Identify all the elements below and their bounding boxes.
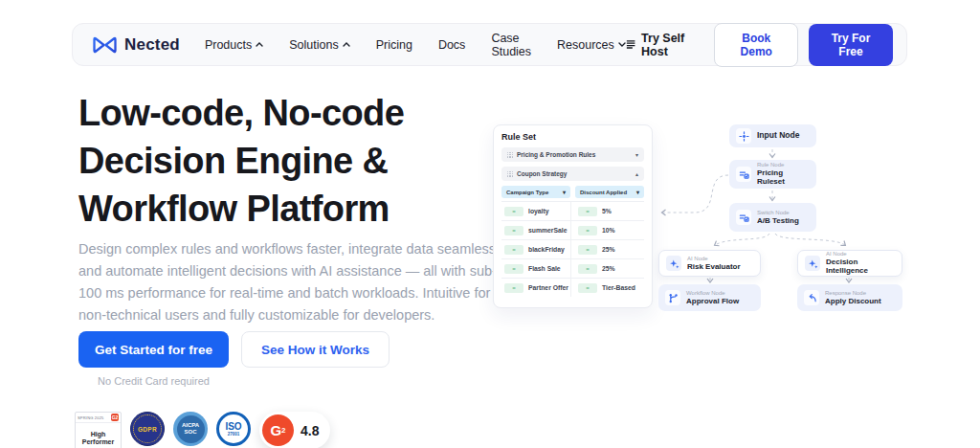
node-type: AI Node: [826, 251, 895, 258]
hero-title-line: Low-code, No-code: [78, 89, 528, 137]
node-title: Approval Flow: [686, 297, 739, 305]
workflow-branch-icon: [665, 290, 680, 305]
flow-node-risk-evaluator: AI Node Risk Evaluator: [658, 250, 761, 277]
flow-node-decision-intelligence: AI Node Decision Intelligence: [797, 250, 902, 277]
see-how-it-works-button[interactable]: See How it Works: [241, 331, 390, 368]
flow-node-apply-discount: Response Node Apply Discount: [797, 284, 902, 311]
chevron-up-icon: [343, 42, 350, 47]
aicpa-line1: AICPA: [182, 422, 199, 429]
rule-checklist-icon: [736, 167, 751, 182]
discount-value: 25%: [602, 265, 615, 272]
chevron-up-icon: [256, 42, 263, 47]
g2-logo-icon: G2: [262, 414, 294, 446]
equals-operator-chip: =: [504, 264, 523, 274]
node-title: Decision Intelligence: [826, 258, 895, 275]
g2-mini-logo-icon: G2: [111, 414, 119, 421]
response-return-icon: [804, 290, 819, 305]
g2-rating-pill: G2 4.8: [259, 412, 330, 448]
equals-operator-chip: =: [504, 207, 523, 216]
node-title: Pricing Ruleset: [757, 168, 810, 186]
badge-header: SPRING 2025 G2: [76, 413, 121, 423]
equals-operator-chip: =: [578, 283, 597, 293]
nav-item-label: Pricing: [376, 38, 412, 52]
nav-item-solutions[interactable]: Solutions: [289, 38, 349, 52]
node-type: AI Node: [687, 256, 741, 262]
get-started-button[interactable]: Get Started for free: [78, 331, 229, 368]
discount-value: Tier-Based: [602, 284, 635, 291]
column-label: Campaign Type: [506, 190, 548, 195]
nav-item-case-studies[interactable]: Case Studies: [491, 32, 531, 58]
g2-sup: 2: [281, 426, 285, 435]
iso-line1: ISO: [225, 422, 241, 432]
flow-node-pricing-ruleset: Rule Node Pricing Ruleset: [729, 160, 816, 189]
equals-operator-chip: =: [578, 264, 597, 274]
node-title: A/B Testing: [757, 216, 799, 225]
badge-label: High Performer: [76, 423, 121, 448]
equals-operator-chip: =: [504, 245, 523, 255]
rule-group-pricing-promotion: Pricing & Promotion Rules ▾: [501, 147, 644, 162]
iso-27001-badge: ISO 27001: [216, 412, 251, 446]
table-row: =Partner Offer =Tier-Based: [501, 278, 644, 297]
iso-line2: 27001: [228, 432, 240, 437]
campaign-value: Flash Sale: [528, 265, 561, 272]
column-campaign-type: Campaign Type ▾: [501, 186, 570, 198]
equals-operator-chip: =: [578, 207, 597, 216]
campaign-value: summerSale: [528, 227, 567, 234]
brand-logo[interactable]: Nected: [92, 34, 180, 56]
no-credit-card-note: No Credit Card required: [78, 375, 229, 387]
badge-season: SPRING 2025: [78, 415, 104, 420]
caret-down-icon: ▾: [635, 151, 638, 158]
hero-title-line: Workflow Platform: [78, 185, 528, 233]
nav-item-pricing[interactable]: Pricing: [376, 38, 412, 52]
nav-actions: Try Self Host Book Demo Try For Free: [626, 23, 893, 67]
flow-node-input: Input Node: [729, 124, 816, 147]
gdpr-badge: GDPR: [130, 412, 165, 446]
ai-sparkle-icon: [805, 256, 820, 271]
rule-columns: Campaign Type ▾ Discount Applied ▾: [501, 186, 644, 198]
list-icon: [626, 39, 635, 50]
discount-value: 10%: [602, 227, 615, 234]
rule-rows: =loyalty =5% =summerSale =10% =blackFrid…: [501, 201, 644, 297]
grid-icon: [507, 152, 513, 158]
g2-high-performer-badge: SPRING 2025 G2 High Performer: [75, 412, 122, 448]
hero-title-line: Decision Engine &: [78, 137, 528, 185]
rule-group-label: Coupon Strategy: [517, 170, 632, 177]
node-title: Input Node: [757, 131, 799, 141]
rule-group-label: Pricing & Promotion Rules: [517, 151, 632, 158]
nav-item-label: Solutions: [289, 38, 338, 52]
nav-item-label: Resources: [557, 38, 614, 52]
node-title: Apply Discount: [825, 297, 881, 305]
flow-node-approval-flow: Workflow Node Approval Flow: [658, 284, 761, 311]
try-self-host-link[interactable]: Try Self Host: [626, 32, 704, 58]
nav-item-products[interactable]: Products: [205, 38, 263, 52]
nav-item-resources[interactable]: Resources: [557, 38, 626, 52]
discount-value: 5%: [602, 208, 612, 214]
table-row: =blackFriday =25%: [501, 239, 644, 258]
campaign-value: blackFriday: [528, 246, 565, 253]
cta-row: Get Started for free See How it Works: [78, 331, 390, 368]
g2-rating-value: 4.8: [301, 423, 319, 438]
campaign-value: loyalty: [528, 208, 549, 214]
try-self-host-label: Try Self Host: [641, 32, 703, 58]
grid-icon: [507, 171, 513, 177]
nav-item-docs[interactable]: Docs: [438, 38, 465, 52]
gdpr-label: GDPR: [133, 414, 162, 443]
equals-operator-chip: =: [504, 283, 523, 293]
aicpa-soc-badge: AICPA SOC: [173, 412, 208, 446]
caret-down-icon: ▾: [563, 189, 566, 195]
book-demo-button[interactable]: Book Demo: [714, 23, 798, 67]
trust-badges: SPRING 2025 G2 High Performer GDPR AICPA…: [75, 412, 330, 448]
hero-title: Low-code, No-code Decision Engine & Work…: [78, 89, 528, 233]
try-for-free-button[interactable]: Try For Free: [809, 24, 893, 66]
chevron-down-icon: [618, 42, 626, 47]
column-label: Discount Applied: [580, 190, 627, 195]
rule-group-coupon-strategy: Coupon Strategy ▴: [501, 167, 644, 181]
nav-item-label: Case Studies: [491, 32, 531, 58]
node-type: Switch Node: [757, 210, 799, 216]
rule-set-panel: Rule Set Pricing & Promotion Rules ▾ Cou…: [493, 124, 653, 308]
brand-name: Nected: [124, 35, 180, 55]
node-type: Rule Node: [757, 162, 810, 168]
table-row: =Flash Sale =25%: [501, 258, 644, 278]
nav-item-label: Products: [205, 38, 252, 52]
input-move-icon: [736, 128, 751, 144]
